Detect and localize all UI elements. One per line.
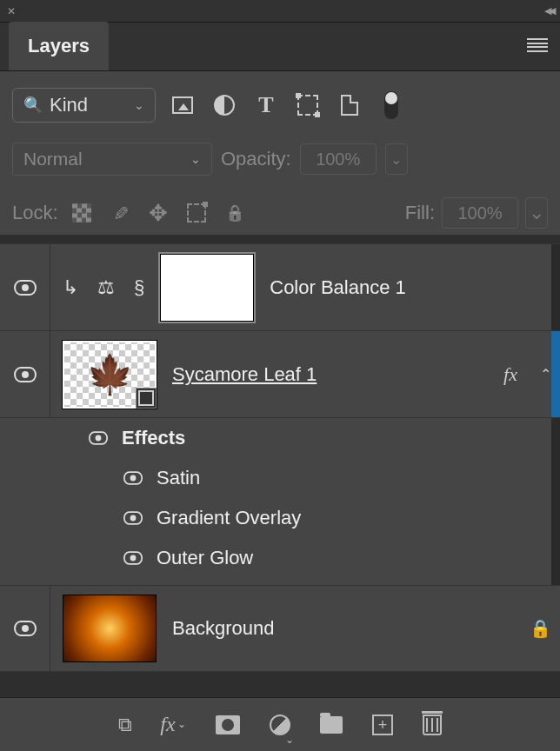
- filter-shape-icon[interactable]: [297, 94, 319, 116]
- chevron-down-icon: ⌄: [190, 152, 201, 166]
- panel-footer: ⧉ fx: [0, 697, 560, 751]
- visibility-eye-icon[interactable]: [14, 280, 37, 296]
- visibility-eye-icon[interactable]: [14, 367, 37, 382]
- opacity-dropdown-button[interactable]: ⌄: [385, 143, 408, 175]
- selection-highlight: [551, 331, 560, 417]
- panel-body: 🔍 Kind ⌄ T Normal ⌄ Opacity: 100% ⌄ Lock…: [0, 71, 560, 235]
- filter-adjustment-icon[interactable]: [213, 94, 236, 116]
- visibility-eye-icon[interactable]: [123, 551, 143, 564]
- effect-name: Outer Glow: [157, 547, 253, 569]
- panel-menu-button[interactable]: [527, 38, 548, 52]
- blend-mode-value: Normal: [23, 149, 83, 169]
- fill-dropdown-button[interactable]: ⌄: [525, 197, 548, 229]
- effect-name: Satin: [157, 467, 200, 489]
- search-icon: 🔍: [23, 96, 43, 115]
- visibility-eye-icon[interactable]: [123, 471, 143, 484]
- panel-tab-bar: Layers: [0, 23, 560, 71]
- effects-label: Effects: [122, 427, 185, 449]
- effects-header[interactable]: Effects: [0, 418, 560, 458]
- layers-tab[interactable]: Layers: [9, 22, 109, 70]
- lock-all-icon[interactable]: [223, 202, 246, 224]
- new-layer-icon[interactable]: [372, 714, 393, 735]
- add-style-icon[interactable]: fx: [160, 713, 185, 736]
- visibility-eye-icon[interactable]: [123, 511, 143, 524]
- effects-group: Effects Satin Gradient Overlay Outer Glo…: [0, 417, 560, 585]
- lock-pixels-icon[interactable]: [109, 202, 131, 224]
- new-group-icon[interactable]: [320, 716, 343, 734]
- filter-smartobject-icon[interactable]: [338, 94, 361, 116]
- layer-row[interactable]: Background 🔒: [0, 585, 560, 672]
- scrollbar-track[interactable]: [551, 418, 560, 585]
- layer-thumbnail[interactable]: [63, 341, 157, 409]
- opacity-label: Opacity:: [221, 148, 291, 170]
- effect-name: Gradient Overlay: [157, 507, 301, 529]
- visibility-eye-icon[interactable]: [14, 621, 37, 636]
- lock-label: Lock:: [12, 202, 58, 224]
- blend-mode-dropdown[interactable]: Normal ⌄: [12, 143, 212, 176]
- lock-transparency-icon[interactable]: [70, 202, 93, 224]
- close-icon[interactable]: ✕: [7, 5, 16, 17]
- layer-mask-thumbnail[interactable]: [160, 254, 254, 322]
- layer-row[interactable]: ↳ ⚖ § Color Balance 1: [0, 243, 560, 330]
- layer-thumbnail[interactable]: [63, 595, 157, 662]
- fx-indicator[interactable]: fx: [503, 363, 517, 386]
- lock-row: Lock: Fill: 100% ⌄: [12, 191, 548, 235]
- opacity-input[interactable]: 100%: [300, 143, 377, 175]
- filter-toggle[interactable]: [380, 94, 403, 116]
- layer-name[interactable]: Color Balance 1: [270, 276, 406, 299]
- delete-layer-icon[interactable]: [423, 714, 442, 735]
- blend-row: Normal ⌄ Opacity: 100% ⌄: [12, 139, 548, 179]
- chevron-down-icon: ⌄: [134, 98, 144, 112]
- fill-label: Fill:: [405, 202, 435, 224]
- filter-row: 🔍 Kind ⌄ T: [12, 83, 548, 127]
- filter-kind-dropdown[interactable]: 🔍 Kind ⌄: [12, 88, 156, 123]
- fill-input[interactable]: 100%: [442, 197, 518, 229]
- layer-name[interactable]: Background: [172, 617, 274, 640]
- lock-position-icon[interactable]: [147, 202, 170, 224]
- effect-item[interactable]: Gradient Overlay: [0, 498, 560, 538]
- hamburger-icon: [527, 38, 548, 52]
- clip-indicator-icon: ↳: [63, 276, 78, 299]
- balance-scale-icon[interactable]: ⚖: [97, 276, 115, 299]
- layers-list: ↳ ⚖ § Color Balance 1 Sycamore Leaf 1 fx…: [0, 243, 560, 672]
- scrollbar-track[interactable]: [551, 244, 560, 330]
- filter-pixel-icon[interactable]: [171, 94, 194, 116]
- lock-icon[interactable]: 🔒: [530, 618, 551, 639]
- collapse-effects-icon[interactable]: ⌃: [540, 366, 551, 382]
- filter-kind-label: Kind: [50, 94, 88, 116]
- lock-artboard-icon[interactable]: [185, 202, 208, 224]
- link-adjust-icon[interactable]: §: [134, 276, 144, 299]
- visibility-eye-icon[interactable]: [89, 431, 108, 444]
- add-adjustment-icon[interactable]: [270, 714, 290, 735]
- window-title-bar: ✕ ◀◀: [0, 0, 560, 23]
- filter-type-icon[interactable]: T: [255, 94, 277, 116]
- link-layers-icon[interactable]: ⧉: [118, 714, 130, 736]
- shape-layer-badge-icon: [136, 388, 157, 409]
- layer-name[interactable]: Sycamore Leaf 1: [172, 363, 317, 386]
- effect-item[interactable]: Outer Glow: [0, 538, 560, 578]
- layer-row[interactable]: Sycamore Leaf 1 fx ⌃: [0, 330, 560, 417]
- effect-item[interactable]: Satin: [0, 458, 560, 498]
- add-mask-icon[interactable]: [216, 715, 240, 734]
- collapse-panel-icon[interactable]: ◀◀: [544, 5, 553, 17]
